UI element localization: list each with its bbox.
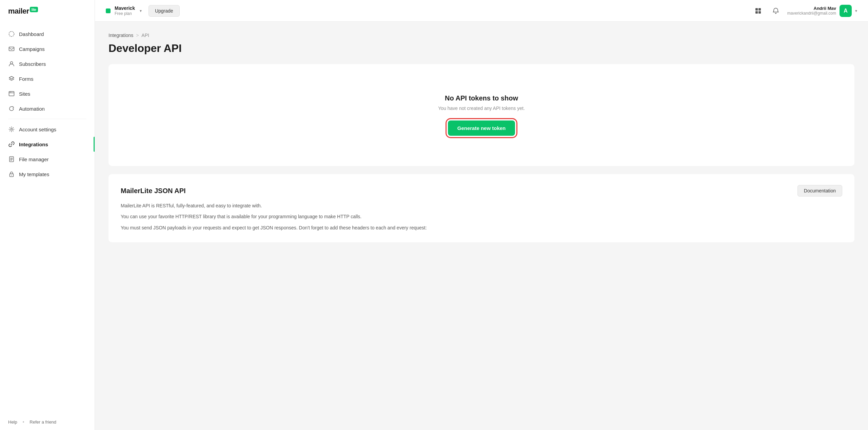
api-info-card: MailerLite JSON API Documentation Mailer…: [108, 174, 854, 242]
refer-link[interactable]: Refer a friend: [29, 419, 56, 425]
sidebar-item-campaigns-label: Campaigns: [19, 46, 45, 52]
sidebar-item-forms[interactable]: Forms: [0, 71, 95, 86]
breadcrumb: Integrations > API: [108, 33, 854, 38]
sidebar-item-subscribers-label: Subscribers: [19, 61, 46, 67]
sidebar-item-my-templates[interactable]: My templates: [0, 167, 95, 182]
no-tokens-desc: You have not created any API tokens yet.: [438, 106, 525, 111]
logo: mailerlite: [0, 0, 95, 24]
svg-point-7: [11, 129, 13, 130]
logo-text: mailerlite: [8, 7, 38, 16]
envelope-icon: [8, 45, 15, 52]
user-info: Andrii Mav maverickandrii@gmail.com: [787, 6, 836, 16]
help-link[interactable]: Help: [8, 419, 17, 425]
notification-button[interactable]: [770, 5, 782, 17]
api-card-title: MailerLite JSON API: [121, 187, 186, 195]
user-avatar: A: [840, 5, 852, 17]
logo-name: mailer: [8, 7, 29, 15]
refresh-icon: [8, 105, 15, 112]
user-section[interactable]: Andrii Mav maverickandrii@gmail.com A ▾: [787, 5, 857, 17]
workspace-info: Maverick Free plan: [115, 5, 135, 16]
header: Maverick Free plan ▾ Upgrade Andrii Mav: [95, 0, 868, 22]
breadcrumb-current: API: [141, 33, 149, 38]
sidebar-item-automation[interactable]: Automation: [0, 101, 95, 116]
sidebar-item-campaigns[interactable]: Campaigns: [0, 41, 95, 56]
sidebar-item-dashboard-label: Dashboard: [19, 31, 44, 37]
svg-point-6: [11, 92, 11, 93]
sidebar-item-subscribers[interactable]: Subscribers: [0, 56, 95, 71]
upgrade-button[interactable]: Upgrade: [149, 5, 180, 17]
header-left: Maverick Free plan ▾ Upgrade: [106, 5, 180, 17]
sidebar-item-sites[interactable]: Sites: [0, 86, 95, 101]
sidebar-item-file-manager-label: File manager: [19, 156, 49, 162]
no-tokens-title: No API tokens to show: [445, 94, 518, 102]
svg-point-5: [10, 92, 11, 93]
footer-dot: •: [23, 419, 24, 425]
workspace-color-badge: [106, 8, 111, 13]
user-email: maverickandrii@gmail.com: [787, 11, 836, 16]
sidebar-item-dashboard[interactable]: Dashboard: [0, 26, 95, 41]
svg-point-2: [11, 62, 13, 64]
page-content: Integrations > API Developer API No API …: [95, 22, 868, 430]
sidebar-footer: Help • Refer a friend: [0, 414, 95, 430]
workspace-name: Maverick: [115, 5, 135, 11]
api-description-3: You must send JSON payloads in your requ…: [121, 224, 842, 231]
sidebar-item-automation-label: Automation: [19, 106, 45, 112]
sidebar-item-sites-label: Sites: [19, 91, 30, 97]
main-area: Maverick Free plan ▾ Upgrade Andrii Mav: [95, 0, 868, 430]
grid-menu-button[interactable]: [752, 5, 764, 17]
header-right: Andrii Mav maverickandrii@gmail.com A ▾: [752, 5, 857, 17]
generate-token-button[interactable]: Generate new token: [448, 120, 515, 136]
layers-icon: [8, 75, 15, 82]
sidebar-item-integrations-label: Integrations: [19, 142, 48, 147]
lock-icon: [8, 171, 15, 177]
bell-icon: [772, 7, 779, 14]
file-icon: [8, 156, 15, 163]
workspace-plan: Free plan: [115, 11, 135, 16]
user-chevron-icon: ▾: [855, 8, 857, 13]
workspace-chevron-icon[interactable]: ▾: [140, 8, 142, 13]
sidebar-divider: [8, 119, 86, 119]
sidebar: mailerlite Dashboard Campaigns: [0, 0, 95, 430]
link-icon: [8, 141, 15, 148]
documentation-button[interactable]: Documentation: [797, 185, 842, 197]
sidebar-item-integrations[interactable]: Integrations: [0, 137, 95, 152]
breadcrumb-separator: >: [136, 33, 139, 38]
page-title: Developer API: [108, 42, 854, 55]
sidebar-item-file-manager[interactable]: File manager: [0, 152, 95, 167]
api-card-header: MailerLite JSON API Documentation: [121, 185, 842, 197]
sidebar-item-my-templates-label: My templates: [19, 171, 49, 177]
sidebar-item-account-settings-label: Account settings: [19, 127, 56, 132]
sidebar-item-account-settings[interactable]: Account settings: [0, 122, 95, 137]
gear-icon: [8, 126, 15, 133]
svg-point-13: [11, 175, 12, 175]
api-description-2: You can use your favorite HTTP/REST libr…: [121, 213, 842, 220]
person-icon: [8, 60, 15, 67]
sidebar-item-forms-label: Forms: [19, 76, 34, 82]
logo-badge: lite: [30, 7, 38, 12]
user-name: Andrii Mav: [787, 6, 836, 11]
browser-icon: [8, 90, 15, 97]
breadcrumb-integrations-link[interactable]: Integrations: [108, 33, 133, 38]
circle-dashed-icon: [8, 31, 15, 37]
token-card: No API tokens to show You have not creat…: [108, 64, 854, 166]
sidebar-nav: Dashboard Campaigns Subscribers: [0, 24, 95, 414]
grid-icon: [755, 8, 761, 14]
svg-point-0: [9, 32, 14, 37]
svg-rect-1: [9, 47, 14, 51]
api-description-1: MailerLite API is RESTful, fully-feature…: [121, 202, 842, 209]
